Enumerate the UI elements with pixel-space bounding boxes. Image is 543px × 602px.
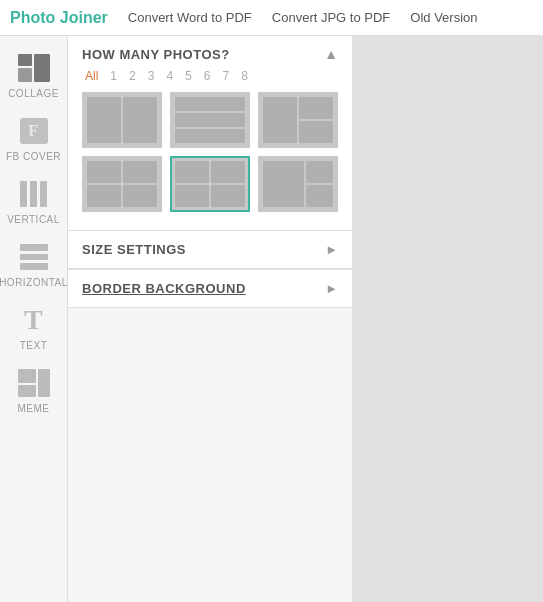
sidebar-label-vertical: VERTICAL (7, 214, 60, 225)
layout-thumb-3[interactable] (258, 92, 338, 148)
num-tab-1[interactable]: 1 (107, 68, 120, 84)
photos-header: HOW MANY PHOTOS? ▲ (68, 36, 352, 68)
empty-area (68, 308, 352, 602)
content-panel: HOW MANY PHOTOS? ▲ All 1 2 3 4 5 6 7 8 (68, 36, 352, 602)
sidebar-label-text: TEXT (20, 340, 48, 351)
num-tab-3[interactable]: 3 (145, 68, 158, 84)
nav-link-word-to-pdf[interactable]: Convert Word to PDF (128, 10, 252, 25)
size-settings-row[interactable]: SIZE SETTINGS ► (68, 231, 352, 269)
sidebar-item-fb-cover[interactable]: f FB COVER (0, 107, 67, 170)
logo-bold: Joiner (60, 9, 108, 26)
size-settings-title: SIZE SETTINGS (82, 242, 186, 257)
collage-icon (16, 52, 52, 84)
vertical-icon (16, 178, 52, 210)
sidebar-label-meme: MEME (18, 403, 50, 414)
num-tab-2[interactable]: 2 (126, 68, 139, 84)
right-panel (352, 36, 543, 602)
photos-title: HOW MANY PHOTOS? (82, 47, 230, 62)
layout-thumb-2[interactable] (170, 92, 250, 148)
num-tab-4[interactable]: 4 (163, 68, 176, 84)
nav-logo: Photo Joiner (10, 9, 108, 27)
layout-thumb-5[interactable] (170, 156, 250, 212)
sidebar-item-collage[interactable]: COLLAGE (0, 44, 67, 107)
number-tabs: All 1 2 3 4 5 6 7 8 (68, 68, 352, 92)
main-layout: COLLAGE f FB COVER VERTICAL (0, 36, 543, 602)
photos-section: HOW MANY PHOTOS? ▲ All 1 2 3 4 5 6 7 8 (68, 36, 352, 230)
nav-link-old-version[interactable]: Old Version (410, 10, 477, 25)
horizontal-icon (16, 241, 52, 273)
num-tab-all[interactable]: All (82, 68, 101, 84)
fb-cover-icon: f (16, 115, 52, 147)
layout-thumb-4[interactable] (82, 156, 162, 212)
sidebar-item-horizontal[interactable]: HORIZONTAL (0, 233, 67, 296)
num-tab-8[interactable]: 8 (238, 68, 251, 84)
sidebar: COLLAGE f FB COVER VERTICAL (0, 36, 68, 602)
layouts-grid (68, 92, 352, 220)
nav-link-jpg-to-pdf[interactable]: Convert JPG to PDF (272, 10, 390, 25)
sidebar-label-fb-cover: FB COVER (6, 151, 61, 162)
text-icon: T (16, 304, 52, 336)
sidebar-label-collage: COLLAGE (8, 88, 59, 99)
border-background-title: BORDER BACKGROUND (82, 281, 246, 296)
layout-thumb-6[interactable] (258, 156, 338, 212)
top-nav: Photo Joiner Convert Word to PDF Convert… (0, 0, 543, 36)
size-settings-chevron-icon: ► (325, 242, 338, 257)
num-tab-7[interactable]: 7 (219, 68, 232, 84)
collapse-arrow-icon[interactable]: ▲ (324, 46, 338, 62)
logo-plain: Photo (10, 9, 60, 26)
sidebar-item-meme[interactable]: MEME (0, 359, 67, 422)
border-background-row[interactable]: BORDER BACKGROUND ► (68, 270, 352, 308)
border-background-chevron-icon: ► (325, 281, 338, 296)
num-tab-6[interactable]: 6 (201, 68, 214, 84)
num-tab-5[interactable]: 5 (182, 68, 195, 84)
sidebar-item-text[interactable]: T TEXT (0, 296, 67, 359)
sidebar-item-vertical[interactable]: VERTICAL (0, 170, 67, 233)
meme-icon (16, 367, 52, 399)
layout-thumb-1[interactable] (82, 92, 162, 148)
sidebar-label-horizontal: HORIZONTAL (0, 277, 68, 288)
